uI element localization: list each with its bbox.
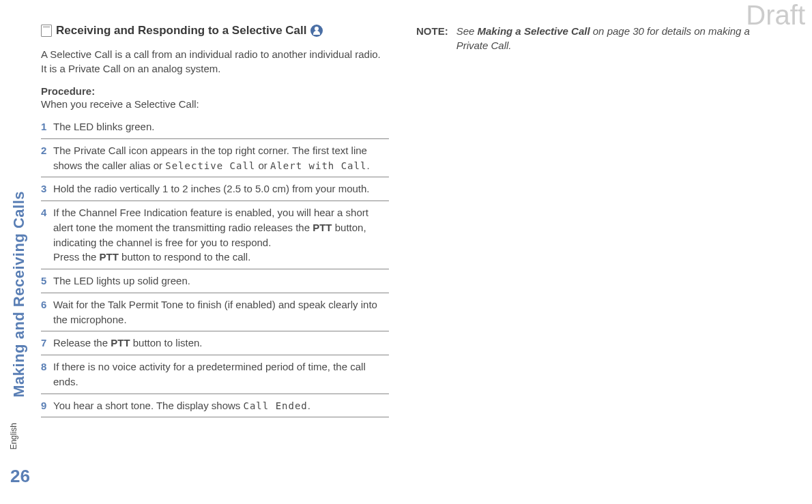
step-2: 2 The Private Call icon appears in the t… bbox=[41, 139, 389, 178]
step-text: Hold the radio vertically 1 to 2 inches … bbox=[53, 181, 389, 196]
lcd-text: Selective Call bbox=[165, 160, 255, 171]
private-call-icon bbox=[310, 25, 323, 37]
step-text: Wait for the Talk Permit Tone to finish … bbox=[53, 297, 389, 327]
intro-text: A Selective Call is a call from an indiv… bbox=[41, 47, 389, 76]
heading-text: Receiving and Responding to a Selective … bbox=[56, 24, 306, 38]
step-7: 7 Release the PTT button to listen. bbox=[41, 331, 389, 355]
note-block: NOTE: See Making a Selective Call on pag… bbox=[416, 24, 764, 53]
step-text: The LED lights up solid green. bbox=[53, 273, 389, 288]
step-text: If there is no voice activity for a pred… bbox=[53, 359, 389, 389]
note-label: NOTE: bbox=[416, 24, 448, 38]
step-3: 3 Hold the radio vertically 1 to 2 inche… bbox=[41, 177, 389, 201]
left-column: Receiving and Responding to a Selective … bbox=[41, 24, 389, 417]
step-number: 7 bbox=[41, 336, 53, 351]
procedure-subtext: When you receive a Selective Call: bbox=[41, 98, 389, 110]
section-heading: Receiving and Responding to a Selective … bbox=[41, 24, 389, 38]
step-number: 4 bbox=[41, 205, 53, 220]
procedure-label: Procedure: bbox=[41, 85, 389, 97]
step-text: If the Channel Free Indication feature i… bbox=[53, 205, 389, 265]
step-5: 5 The LED lights up solid green. bbox=[41, 269, 389, 293]
step-number: 1 bbox=[41, 119, 53, 134]
step-text: The Private Call icon appears in the top… bbox=[53, 143, 389, 173]
main-content: Receiving and Responding to a Selective … bbox=[41, 24, 764, 417]
step-8: 8 If there is no voice activity for a pr… bbox=[41, 355, 389, 394]
step-number: 3 bbox=[41, 181, 53, 196]
step-number: 2 bbox=[41, 143, 53, 158]
watermark-text: Draft bbox=[746, 0, 805, 31]
book-icon bbox=[41, 25, 52, 37]
step-text: You hear a short tone. The display shows… bbox=[53, 398, 389, 413]
ptt-bold: PTT bbox=[313, 222, 332, 233]
note-bold-italic: Making a Selective Call bbox=[478, 25, 590, 37]
ptt-bold: PTT bbox=[100, 251, 119, 263]
section-sidebar-title: Making and Receiving Calls bbox=[10, 191, 28, 398]
step-number: 8 bbox=[41, 359, 53, 374]
step-text: Release the PTT button to listen. bbox=[53, 336, 389, 351]
note-body: See Making a Selective Call on page 30 f… bbox=[456, 24, 764, 53]
step-number: 9 bbox=[41, 398, 53, 413]
step-number: 6 bbox=[41, 297, 53, 312]
step-text: The LED blinks green. bbox=[53, 119, 389, 134]
step-6: 6 Wait for the Talk Permit Tone to finis… bbox=[41, 293, 389, 332]
page-number: 26 bbox=[10, 466, 30, 487]
step-number: 5 bbox=[41, 273, 53, 288]
step-1: 1 The LED blinks green. bbox=[41, 115, 389, 139]
lcd-text: Call Ended bbox=[244, 400, 308, 411]
step-9: 9 You hear a short tone. The display sho… bbox=[41, 394, 389, 418]
ptt-bold: PTT bbox=[111, 337, 130, 349]
lcd-text: Alert with Call bbox=[270, 160, 366, 171]
right-column: NOTE: See Making a Selective Call on pag… bbox=[416, 24, 764, 417]
language-label: English bbox=[9, 423, 18, 449]
step-4: 4 If the Channel Free Indication feature… bbox=[41, 201, 389, 269]
